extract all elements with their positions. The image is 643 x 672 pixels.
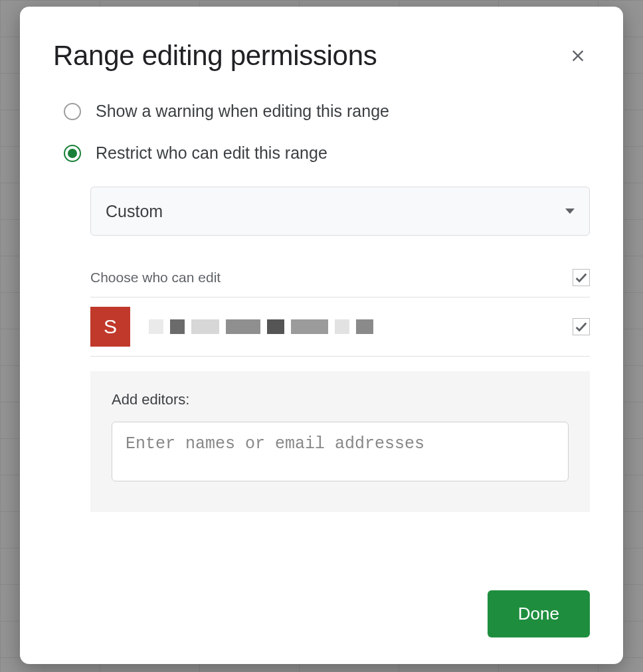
editor-checkbox[interactable] (573, 318, 590, 335)
close-button[interactable] (566, 44, 590, 70)
range-permissions-dialog: Range editing permissions Show a warning… (20, 7, 623, 664)
radio-label-restrict: Restrict who can edit this range (96, 143, 327, 163)
add-editors-label: Add editors: (112, 391, 569, 408)
editors-list-section: Choose who can edit S (90, 269, 590, 357)
restrict-mode-section: Custom (90, 187, 590, 236)
permission-mode-radio-group: Show a warning when editing this range R… (64, 102, 590, 163)
radio-option-warning[interactable]: Show a warning when editing this range (64, 102, 590, 121)
close-icon (569, 46, 587, 65)
done-button[interactable]: Done (488, 590, 590, 637)
checkmark-icon (574, 270, 589, 285)
add-editors-input[interactable] (112, 422, 569, 481)
dropdown-selected-label: Custom (106, 202, 163, 221)
radio-icon-selected (64, 145, 81, 162)
checkmark-icon (574, 319, 589, 334)
dialog-header: Range editing permissions (53, 40, 590, 72)
editor-identity: S (90, 307, 373, 347)
add-editors-panel: Add editors: (90, 371, 590, 512)
radio-label-warning: Show a warning when editing this range (96, 102, 389, 121)
restrict-mode-dropdown[interactable]: Custom (90, 187, 590, 236)
radio-option-restrict[interactable]: Restrict who can edit this range (64, 143, 590, 163)
dialog-footer: Done (53, 564, 590, 637)
editors-list-header: Choose who can edit (90, 269, 590, 297)
dialog-title: Range editing permissions (53, 40, 377, 72)
editor-row: S (90, 297, 590, 357)
editor-name-redacted (149, 319, 373, 334)
choose-who-can-edit-label: Choose who can edit (90, 270, 221, 286)
avatar: S (90, 307, 130, 347)
chevron-down-icon (565, 209, 575, 214)
radio-icon (64, 103, 81, 120)
select-all-checkbox[interactable] (573, 269, 590, 286)
